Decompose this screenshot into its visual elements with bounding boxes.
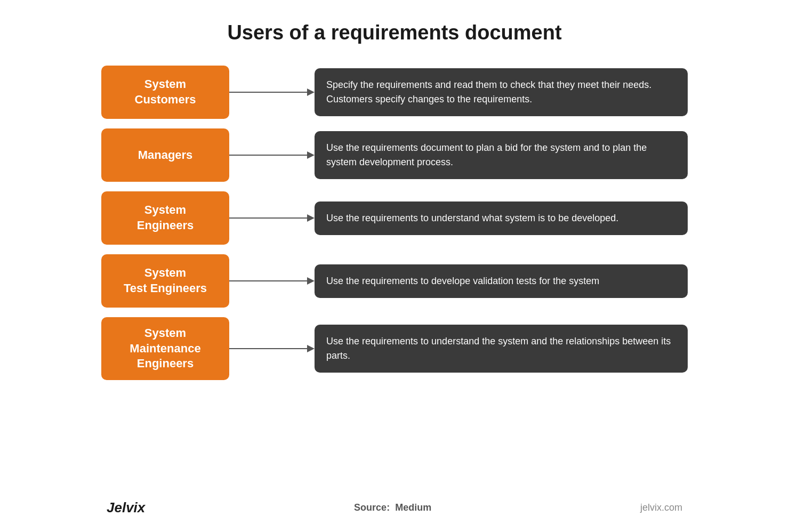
arrow-system-customers — [229, 88, 315, 96]
description-system-test-engineers: Use the requirements to develope validat… — [315, 264, 688, 298]
source-value: Medium — [395, 502, 431, 513]
arrow-line — [229, 348, 307, 349]
arrowhead-icon — [307, 214, 315, 222]
arrowhead-icon — [307, 151, 315, 159]
label-system-customers: SystemCustomers — [101, 66, 229, 119]
arrow-shaft — [229, 345, 315, 352]
footer: Jelvix Source: Medium jelvix.com — [101, 499, 688, 516]
description-system-customers: Specify the requirements and read them t… — [315, 68, 688, 116]
page-title: Users of a requirements document — [227, 21, 561, 44]
arrowhead-icon — [307, 277, 315, 285]
arrowhead-icon — [307, 88, 315, 96]
row-system-maintenance-engineers: SystemMaintenanceEngineersUse the requir… — [101, 317, 688, 380]
description-system-engineers: Use the requirements to understand what … — [315, 201, 688, 235]
arrow-shaft — [229, 214, 315, 222]
arrow-shaft — [229, 277, 315, 285]
footer-source: Source: Medium — [354, 502, 431, 513]
arrow-system-engineers — [229, 214, 315, 222]
description-system-maintenance-engineers: Use the requirements to understand the s… — [315, 325, 688, 373]
label-system-maintenance-engineers: SystemMaintenanceEngineers — [101, 317, 229, 380]
footer-brand-right: jelvix.com — [640, 502, 682, 513]
label-system-engineers: SystemEngineers — [101, 191, 229, 245]
arrow-system-test-engineers — [229, 277, 315, 285]
arrow-line — [229, 280, 307, 281]
arrow-line — [229, 155, 307, 156]
arrow-line — [229, 217, 307, 219]
arrow-line — [229, 92, 307, 93]
arrow-managers — [229, 151, 315, 159]
row-managers: ManagersUse the requirements document to… — [101, 128, 688, 182]
label-system-test-engineers: SystemTest Engineers — [101, 254, 229, 308]
arrow-shaft — [229, 88, 315, 96]
diagram: SystemCustomersSpecify the requirements … — [101, 66, 688, 487]
footer-brand-left: Jelvix — [107, 499, 145, 516]
arrow-system-maintenance-engineers — [229, 345, 315, 352]
row-system-test-engineers: SystemTest EngineersUse the requirements… — [101, 254, 688, 308]
label-managers: Managers — [101, 128, 229, 182]
arrow-shaft — [229, 151, 315, 159]
arrowhead-icon — [307, 345, 315, 352]
description-managers: Use the requirements document to plan a … — [315, 131, 688, 179]
source-label: Source: — [354, 502, 390, 513]
row-system-customers: SystemCustomersSpecify the requirements … — [101, 66, 688, 119]
row-system-engineers: SystemEngineersUse the requirements to u… — [101, 191, 688, 245]
